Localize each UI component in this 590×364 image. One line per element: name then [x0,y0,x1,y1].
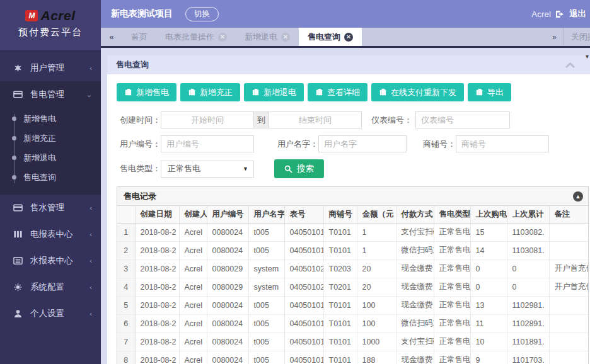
cell: 2018-08-2 [135,333,179,351]
cell: 04050101 [284,241,323,259]
project-name: 新电表测试项目 [111,8,173,20]
row-index: 4 [117,278,135,296]
sale-record-panel: 售电记录 ▲ 创建日期创建人用户编号用户名字表号商铺号金额（元付款方式售电类型上… [117,186,589,364]
cell: 2018-08-2 [135,259,179,278]
username[interactable]: Acrel [531,9,551,19]
button-label: 导出 [487,87,504,98]
gear-icon [13,283,23,292]
shop-no-label: 商铺号： [412,139,456,150]
cell: 正常售电 [434,223,470,241]
search-button[interactable]: 搜索 [274,159,324,178]
list-icon [13,256,23,266]
sidebar-item-water-report-center[interactable]: 水报表中心‹ [0,247,101,274]
cell: T0101 [323,333,357,351]
cell: Acrel [179,278,207,296]
card-icon [13,203,23,213]
user-no-input[interactable] [161,135,254,152]
sidebar-subitem-add-refund[interactable]: 新增退电 [0,148,101,168]
export-button[interactable]: 导出 [468,83,511,101]
table-row[interactable]: 52018-08-2Acrel0080024t00504050101T01011… [117,296,588,314]
tab-label: 售电查询 [308,31,340,43]
row-index: 3 [117,259,135,278]
cell: 04050101 [284,314,323,333]
table-row[interactable]: 42018-08-2Acrel0080029system04050102T020… [117,278,588,296]
table-row[interactable]: 32018-08-2Acrel0080029system04050102T020… [117,259,588,278]
sidebar-subitem-add-sale[interactable]: 新增售电 [0,109,101,128]
sidebar-item-elec-report-center[interactable]: 电报表中心‹ [0,221,101,247]
shop-no-input[interactable] [456,135,549,152]
tab-close-icon[interactable]: ✕ [344,33,353,42]
table-row[interactable]: 82018-08-2Acrel0080024t00504050101T01011… [117,351,588,364]
tabs-scroll-left-icon[interactable]: « [101,28,122,46]
switch-project-button[interactable]: 切换 [185,7,219,21]
cell: 1 [357,241,396,259]
tab-add-refund[interactable]: 新增退电✕ [236,28,299,46]
doc-icon [188,88,196,96]
cell: 正常售电 [434,351,470,364]
cell: 0080024 [207,314,248,333]
cell: 0080024 [207,223,248,241]
online-pay-resend-button[interactable]: 在线支付重新下发 [371,83,464,101]
table-row[interactable]: 62018-08-2Acrel0080024t00504050101T01011… [117,314,588,333]
cell: t005 [248,314,284,333]
column-header: 售电类型 [434,206,470,223]
cell: T0101 [323,223,357,241]
cell: T0101 [323,314,357,333]
panel-collapse-icon[interactable] [565,60,575,72]
tab-home[interactable]: 首页 [122,28,156,46]
tab-close-icon[interactable]: ✕ [281,33,290,42]
view-detail-button[interactable]: 查看详细 [308,83,367,101]
cell [549,333,588,351]
cell: 2018-08-2 [135,223,179,241]
sidebar-item-user-mgmt[interactable]: 用户管理‹ [0,55,101,81]
sidebar-item-sale-mgmt[interactable]: 售电管理⌄ [0,81,101,108]
tabstrip: « 首页电表批量操作✕新增退电✕售电查询✕ » 关闭操作 [101,28,590,48]
row-index: 6 [117,314,135,333]
button-label: 新增退电 [263,87,296,98]
user-no-label: 用户编号： [117,139,161,150]
add-refund-button[interactable]: 新增退电 [244,83,304,101]
cell: 13 [470,296,507,314]
sidebar-subitem-add-correction[interactable]: 新增充正 [0,128,101,148]
tab-close-icon[interactable]: ✕ [218,33,227,42]
tab-label: 首页 [131,31,148,43]
cell: 9 [470,351,507,364]
cell: 188 [357,351,396,364]
button-label: 新增售电 [136,87,169,98]
sale-type-select[interactable]: 正常售电 ▼ [161,161,254,178]
tabs-scroll-right-icon[interactable]: » [546,33,563,42]
table-row[interactable]: 12018-08-2Acrel0080024t00504050101T01011… [117,223,588,241]
cell: t005 [248,296,284,314]
column-header: 用户名字 [248,206,284,223]
table-header-row: 创建日期创建人用户编号用户名字表号商铺号金额（元付款方式售电类型上次购电上次累计… [117,206,588,223]
user-name-input[interactable] [318,135,407,152]
end-time-input[interactable] [269,111,362,128]
cell: 1103081. [507,241,549,259]
close-operations-menu[interactable]: 关闭操作 [564,31,590,43]
grid-collapse-icon[interactable]: ▲ [573,191,583,202]
cell: 开户首充值 [549,259,588,278]
grid-scroll-area[interactable]: 创建日期创建人用户编号用户名字表号商铺号金额（元付款方式售电类型上次购电上次累计… [117,206,588,364]
logout-link[interactable]: 退出 [569,8,586,20]
sidebar-item-water-sale-mgmt[interactable]: 售水管理‹ [0,195,101,221]
cell: 0 [507,259,549,278]
cell: t005 [248,333,284,351]
add-sale-button[interactable]: 新增售电 [117,83,176,101]
doc-icon [252,88,260,96]
cell: 04050101 [284,333,323,351]
cell: 微信扫码支付 [396,314,434,333]
start-time-input[interactable] [161,111,254,128]
sidebar-subitem-sale-query[interactable]: 售电查询 [0,168,101,187]
tab-sale-query[interactable]: 售电查询✕ [299,28,362,46]
table-row[interactable]: 72018-08-2Acrel0080024t00504050101T01011… [117,333,588,351]
meter-no-input[interactable] [415,111,510,128]
cell: 1101891. [507,333,549,351]
add-correction-button[interactable]: 新增充正 [180,83,240,101]
scrollbar-arrow-icon[interactable]: ▾ [586,53,589,60]
cell: 0 [470,278,507,296]
table-row[interactable]: 22018-08-2Acrel0080024t00504050101T01011… [117,241,588,259]
sidebar-item-personal-settings[interactable]: 个人设置‹ [0,300,101,327]
tab-meter-batch-ops[interactable]: 电表批量操作✕ [156,28,236,46]
sidebar-item-system-config[interactable]: 系统配置‹ [0,274,101,300]
cell: 2018-08-2 [135,314,179,333]
